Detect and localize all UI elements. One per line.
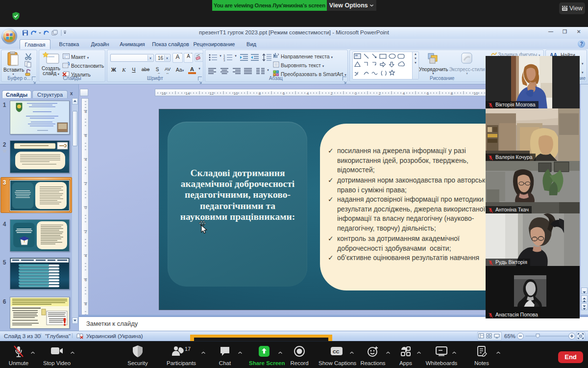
svg-text:12: 12	[210, 91, 214, 96]
svg-text:.....: .....	[21, 264, 23, 266]
svg-text:2: 2	[379, 91, 381, 96]
svg-text:17: 17	[185, 346, 191, 352]
svg-text:10: 10	[474, 91, 478, 96]
svg-text:3: 3	[223, 59, 225, 61]
svg-text:10: 10	[234, 91, 238, 96]
svg-text:4: 4	[85, 254, 87, 258]
svg-text:2: 2	[85, 182, 87, 186]
svg-text:4: 4	[85, 158, 87, 162]
svg-text:0: 0	[85, 206, 87, 210]
svg-text:2: 2	[85, 230, 87, 234]
svg-text:6: 6	[85, 278, 87, 282]
svg-text:8: 8	[85, 302, 87, 306]
svg-text:14: 14	[186, 91, 190, 96]
svg-text:6: 6	[283, 91, 285, 96]
svg-text:16: 16	[162, 91, 166, 96]
svg-text:4: 4	[307, 91, 309, 96]
svg-text:0: 0	[355, 91, 357, 96]
svg-text:8: 8	[259, 91, 261, 96]
svg-text:6: 6	[85, 133, 87, 138]
svg-text:CC: CC	[333, 349, 340, 354]
svg-text:8: 8	[451, 91, 453, 96]
svg-text:4: 4	[403, 91, 405, 96]
svg-text:8: 8	[85, 109, 87, 114]
svg-text:6: 6	[427, 91, 429, 96]
svg-text:2: 2	[331, 91, 333, 96]
